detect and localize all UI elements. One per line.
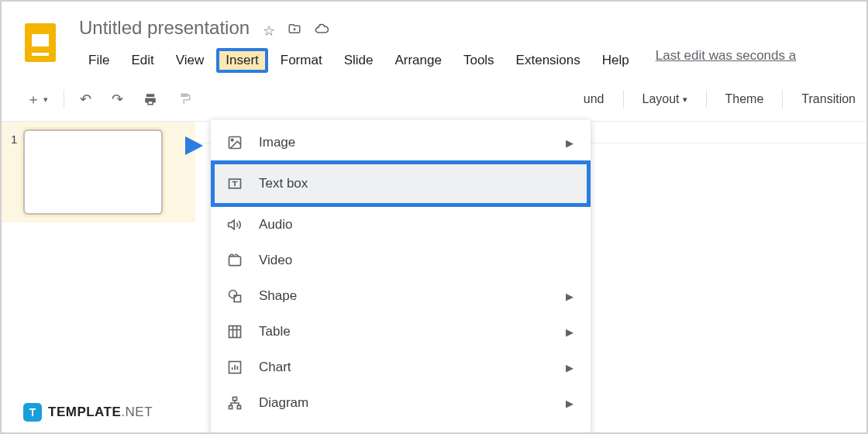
transition-button[interactable]: Transition: [790, 88, 866, 111]
menu-item-label: Text box: [259, 176, 308, 191]
slide-number: 1: [11, 133, 17, 146]
redo-button[interactable]: ↷: [104, 86, 131, 112]
menu-file[interactable]: File: [79, 48, 119, 73]
submenu-arrow-icon: ▶: [566, 398, 574, 409]
insert-menu-audio[interactable]: Audio: [211, 207, 591, 243]
doc-title[interactable]: Untitled presentation: [79, 17, 250, 39]
annotation-arrow-icon: [143, 130, 205, 164]
title-area: Untitled presentation ☆ FileEditViewInse…: [79, 17, 866, 73]
menu-item-label: Video: [259, 253, 292, 268]
textbox-icon: [226, 175, 243, 192]
submenu-arrow-icon: ▶: [566, 326, 574, 338]
menu-tools[interactable]: Tools: [454, 48, 504, 73]
insert-menu-table[interactable]: Table▶: [211, 314, 591, 350]
insert-menu-shape[interactable]: Shape▶: [211, 278, 591, 314]
menu-extensions[interactable]: Extensions: [507, 48, 590, 73]
menu-format[interactable]: Format: [271, 48, 332, 73]
move-folder-icon[interactable]: [288, 22, 301, 40]
insert-menu-image[interactable]: Image▶: [211, 125, 591, 160]
cloud-status-icon[interactable]: [314, 21, 329, 40]
menubar: FileEditViewInsertFormatSlideArrangeTool…: [79, 48, 866, 73]
shape-icon: [226, 288, 243, 305]
svg-rect-10: [237, 405, 240, 408]
diagram-icon: [226, 394, 243, 412]
theme-button[interactable]: Theme: [715, 88, 775, 111]
table-icon: [226, 323, 243, 340]
menu-view[interactable]: View: [167, 48, 214, 73]
toolbar: ＋ ▾ ↶ ↷ und Layout▾ Theme Transition: [2, 78, 866, 122]
menu-item-label: Image: [259, 135, 295, 150]
insert-menu-dropdown: Image▶Text boxAudioVideoShape▶Table▶Char…: [211, 119, 591, 434]
svg-point-1: [231, 139, 233, 141]
audio-icon: [226, 216, 243, 233]
background-button[interactable]: und: [573, 88, 615, 111]
submenu-arrow-icon: ▶: [566, 291, 574, 302]
layout-button[interactable]: Layout▾: [632, 88, 698, 111]
undo-button[interactable]: ↶: [72, 86, 99, 112]
insert-menu-text-box[interactable]: Text box: [211, 160, 591, 207]
menu-item-label: Audio: [259, 217, 292, 232]
insert-menu-word-art[interactable]: Word art: [211, 421, 591, 434]
menu-insert[interactable]: Insert: [216, 48, 268, 73]
watermark-logo-icon: T: [23, 403, 42, 422]
paint-format-button[interactable]: [170, 88, 199, 111]
insert-menu-chart[interactable]: Chart▶: [211, 350, 591, 385]
menu-item-label: Word art: [259, 431, 309, 434]
submenu-arrow-icon: ▶: [566, 137, 574, 149]
insert-menu-video[interactable]: Video: [211, 243, 591, 278]
menu-item-label: Table: [259, 324, 291, 339]
svg-rect-3: [229, 257, 241, 266]
separator: [706, 90, 707, 108]
insert-menu-diagram[interactable]: Diagram▶: [211, 385, 591, 421]
chart-icon: [226, 359, 243, 376]
svg-rect-8: [233, 398, 237, 401]
slides-logo-icon: [25, 23, 56, 62]
image-icon: [226, 134, 243, 151]
svg-rect-6: [229, 326, 241, 338]
menu-item-label: Chart: [259, 360, 291, 375]
svg-rect-5: [234, 295, 240, 301]
separator: [64, 90, 64, 108]
last-edit-link[interactable]: Last edit was seconds a: [656, 48, 796, 73]
svg-point-4: [229, 291, 237, 298]
submenu-arrow-icon: ▶: [566, 362, 574, 374]
svg-rect-9: [229, 405, 232, 408]
title-icons: ☆: [263, 21, 329, 40]
menu-slide[interactable]: Slide: [335, 48, 383, 73]
watermark-text: TEMPLATE.NET: [48, 405, 153, 420]
menu-arrange[interactable]: Arrange: [385, 48, 450, 73]
header: Untitled presentation ☆ FileEditViewInse…: [2, 2, 866, 73]
separator: [782, 90, 783, 108]
video-icon: [226, 252, 243, 269]
print-button[interactable]: [136, 88, 165, 111]
star-icon[interactable]: ☆: [263, 22, 275, 40]
menu-item-label: Diagram: [259, 395, 308, 411]
menu-help[interactable]: Help: [593, 48, 639, 73]
new-slide-button[interactable]: ＋ ▾: [19, 85, 56, 113]
watermark: T TEMPLATE.NET: [23, 403, 153, 422]
wordart-icon: [226, 430, 243, 434]
separator: [623, 90, 624, 108]
menu-item-label: Shape: [259, 288, 297, 304]
menu-edit[interactable]: Edit: [122, 48, 163, 73]
